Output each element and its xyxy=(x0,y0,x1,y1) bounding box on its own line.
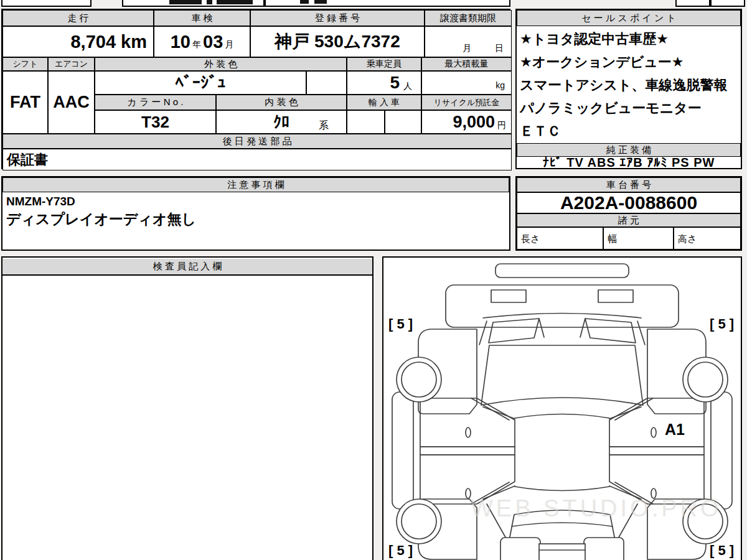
rear-bumper-center xyxy=(539,544,585,560)
sales-line-2: ★オークションデビュー★ xyxy=(520,53,684,72)
chassis-box: 車 台 番 号 A202A-0088600 諸 元 長さ 幅 高さ xyxy=(515,176,742,251)
auction-sheet: { "colors": { "page_bg": "#f1f0ee", "hea… xyxy=(0,0,747,560)
chassis-number: A202A-0088600 xyxy=(517,192,741,213)
spec-header: 諸 元 xyxy=(517,213,741,227)
interior-color-header: 内 装 色 xyxy=(216,95,347,110)
cowl-arc xyxy=(483,314,641,319)
recycle-deposit-header: リサイクル預託金 xyxy=(421,95,512,110)
cabin-bottom-curve xyxy=(515,487,609,491)
hood xyxy=(481,345,643,405)
front-lamp-right xyxy=(598,290,633,302)
front-lamp-left xyxy=(491,290,526,302)
interior-color-text: ｸﾛ xyxy=(273,113,289,132)
sales-line-4: パノラミックビューモニター xyxy=(520,99,702,118)
door-handle xyxy=(466,427,471,437)
max-load-value: kg xyxy=(421,71,512,95)
watermark: WEB STUDIO.PRO xyxy=(471,495,738,522)
front-panel xyxy=(446,285,679,327)
recycle-unit: 円 xyxy=(497,120,506,131)
exterior-color-value: ﾍﾞｰｼﾞｭ xyxy=(95,71,306,95)
oem-equipment-value: ﾅﾋﾞ TV ABS ｴｱB ｱﾙﾐ PS PW xyxy=(517,157,741,168)
deadline-day-label: 日 xyxy=(495,43,504,54)
cutoff-cell xyxy=(265,0,510,7)
shift-value: FAT xyxy=(2,71,48,134)
tire-tread-mark-tr: [ 5 ] xyxy=(710,316,734,332)
transfer-deadline-header: 譲渡書類期限 xyxy=(425,10,512,26)
door-handle xyxy=(466,488,471,498)
mileage-value: 8,704 km xyxy=(2,26,154,57)
exterior-color-empty-cell xyxy=(306,71,347,95)
capacity-header: 乗車定員 xyxy=(347,57,421,71)
car-diagram-box: [ 5 ] [ 5 ] [ 5 ] [ 5 ] A1 WEB STUDIO.PR… xyxy=(382,256,742,560)
mileage-header: 走 行 xyxy=(2,10,154,26)
rear-bumper-right xyxy=(584,538,624,560)
door-front-right xyxy=(609,398,704,447)
door-front-left xyxy=(420,398,515,447)
door-separator-left xyxy=(420,447,515,455)
chassis-header: 車 台 番 号 xyxy=(517,177,741,192)
max-load-header: 最大積載量 xyxy=(421,57,512,71)
spec-height-label: 高さ xyxy=(678,233,697,245)
door-handle xyxy=(651,427,656,437)
shaken-year-unit: 年 xyxy=(192,39,201,50)
tire-tread-mark-bl: [ 5 ] xyxy=(388,543,413,559)
transfer-deadline-value: 月 日 xyxy=(425,26,512,57)
interior-color-value: ｸﾛ 系 xyxy=(216,110,347,134)
capacity-number: 5 xyxy=(390,73,400,93)
shaken-month: 03 xyxy=(203,32,223,52)
trunk-curve xyxy=(512,523,613,526)
cutoff-cell xyxy=(122,0,265,7)
main-info-table: 走 行 車 検 登 録 番 号 譲渡書類期限 8,704 km 10年03月 神… xyxy=(1,9,510,169)
spec-width-label: 幅 xyxy=(608,233,617,245)
shaken-value: 10年03月 xyxy=(154,26,250,57)
front-bumper-strip xyxy=(496,264,629,278)
sales-line-3: スマートアシスト、車線逸脱警報 xyxy=(520,76,728,95)
later-parts-value: 保証書 xyxy=(2,149,512,170)
damage-mark-a1: A1 xyxy=(665,421,685,439)
recycle-deposit-value: 9,000円 xyxy=(421,110,512,134)
import-car-header: 輸 入 車 xyxy=(347,95,421,110)
spec-length-label: 長さ xyxy=(521,233,540,245)
cutoff-cell xyxy=(1,0,92,7)
color-no-value: T32 xyxy=(95,110,216,134)
deadline-month-label: 月 xyxy=(463,43,471,54)
interior-color-suffix: 系 xyxy=(319,119,329,133)
recycle-amount: 9,000 xyxy=(453,113,495,132)
aircon-value: AAC xyxy=(48,71,95,134)
registration-header: 登 録 番 号 xyxy=(250,10,425,26)
tire-tread-mark-tl: [ 5 ] xyxy=(388,316,413,332)
capacity-value: 5人 xyxy=(347,71,421,95)
exterior-color-header: 外 装 色 xyxy=(95,57,347,71)
registration-value: 神戸 530ム7372 xyxy=(250,26,425,57)
notes-line-1: NMZM-Y73D xyxy=(6,195,75,208)
import-car-cell-2 xyxy=(385,110,421,134)
windshield-left xyxy=(489,319,539,343)
rocker-left xyxy=(392,392,413,509)
color-no-header: カ ラ ー N o . xyxy=(95,95,216,110)
rocker-right xyxy=(711,392,732,509)
sales-line-5: ＥＴＣ xyxy=(520,122,561,141)
sales-points-header: セ ー ル ス ポ イ ン ト xyxy=(517,10,741,26)
inspector-header: 検 査 員 記 入 欄 xyxy=(2,259,372,276)
windshield-right xyxy=(585,319,636,343)
sales-line-1: ★トヨタ認定中古車歴★ xyxy=(520,30,669,49)
later-parts-header: 後 日 発 送 部 品 xyxy=(2,134,512,149)
cutoff-cell xyxy=(675,0,710,7)
notes-line-2: ディスプレイオーディオ無し xyxy=(6,210,196,229)
notes-header: 注 意 事 項 欄 xyxy=(2,177,509,192)
notes-box: 注 意 事 項 欄 NMZM-Y73D ディスプレイオーディオ無し xyxy=(1,176,510,251)
cabin-top-curve xyxy=(515,414,609,419)
spec-height-cell: 高さ xyxy=(674,227,741,250)
door-separator-right xyxy=(609,447,704,455)
spec-width-cell: 幅 xyxy=(603,227,674,250)
inspector-box: 検 査 員 記 入 欄 xyxy=(1,256,374,560)
sales-points-box: セ ー ル ス ポ イ ン ト ★トヨタ認定中古車歴★ ★オークションデビュー★… xyxy=(515,9,742,169)
shift-header: シフト xyxy=(2,57,48,71)
tire-tread-mark-br: [ 5 ] xyxy=(710,543,734,559)
shaken-year: 10 xyxy=(171,32,190,52)
import-car-cell-1 xyxy=(347,110,385,134)
cutoff-cell xyxy=(710,0,745,7)
rear-bumper-left xyxy=(500,538,540,560)
aircon-header: エアコン xyxy=(48,57,95,71)
spec-length-cell: 長さ xyxy=(517,227,603,250)
